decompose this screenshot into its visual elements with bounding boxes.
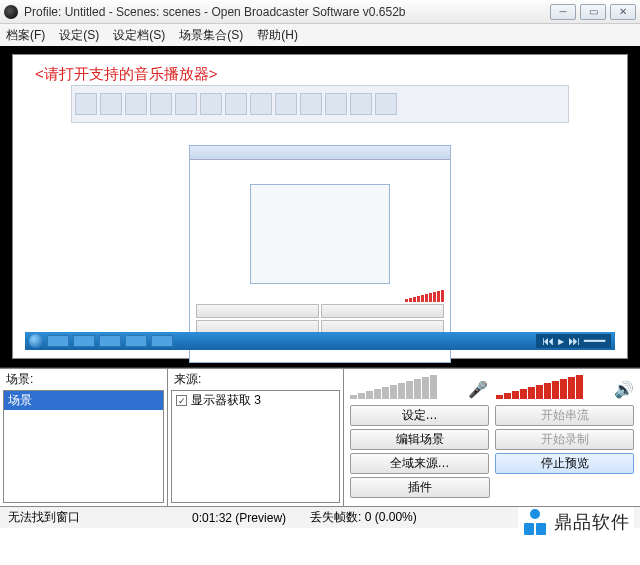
sources-label: 来源: [168, 369, 343, 390]
stop-preview-button[interactable]: 停止预览 [495, 453, 634, 474]
menu-profiles[interactable]: 设定档(S) [113, 27, 165, 44]
minimize-button[interactable]: ─ [550, 4, 576, 20]
captured-taskbar: ⏮ ▸ ⏭ ━━━ [25, 332, 615, 350]
controls-panel: 🎤 🔊 设定… 开始串流 编辑场景 开始录制 全域来源… 停止预览 插件 [344, 369, 640, 506]
source-checkbox[interactable]: ✓ [176, 395, 187, 406]
scenes-listbox[interactable]: 场景 [3, 390, 164, 503]
music-player-warning: <请打开支持的音乐播放器> [35, 65, 218, 84]
menu-file[interactable]: 档案(F) [6, 27, 45, 44]
sources-listbox[interactable]: ✓ 显示器获取 3 [171, 390, 340, 503]
menu-bar: 档案(F) 设定(S) 设定档(S) 场景集合(S) 帮助(H) [0, 24, 640, 46]
mic-icon[interactable]: 🎤 [468, 380, 488, 399]
prev-icon: ⏮ [542, 334, 554, 348]
app-icon [4, 5, 18, 19]
preview-area: <请打开支持的音乐播放器> ⏮ [0, 46, 640, 368]
menu-settings[interactable]: 设定(S) [59, 27, 99, 44]
nested-capture-window [189, 145, 451, 363]
scenes-label: 场景: [0, 369, 167, 390]
global-sources-button[interactable]: 全域来源… [350, 453, 489, 474]
close-button[interactable]: ✕ [610, 4, 636, 20]
bottom-panels: 场景: 场景 来源: ✓ 显示器获取 3 🎤 🔊 设定… 开始串流 [0, 368, 640, 506]
preview-canvas[interactable]: <请打开支持的音乐播放器> ⏮ [12, 54, 628, 359]
speaker-meter[interactable] [496, 375, 604, 399]
sources-panel: 来源: ✓ 显示器获取 3 [168, 369, 344, 506]
status-dropped: 丢失帧数: 0 (0.00%) [310, 509, 417, 526]
watermark-text: 鼎品软件 [554, 510, 630, 534]
status-time: 0:01:32 (Preview) [192, 511, 286, 525]
captured-ribbon [71, 85, 569, 123]
edit-scenes-button[interactable]: 编辑场景 [350, 429, 489, 450]
source-item[interactable]: ✓ 显示器获取 3 [172, 391, 339, 410]
menu-help[interactable]: 帮助(H) [257, 27, 298, 44]
scenes-panel: 场景: 场景 [0, 369, 168, 506]
settings-button[interactable]: 设定… [350, 405, 489, 426]
title-bar: Profile: Untitled - Scenes: scenes - Ope… [0, 0, 640, 24]
maximize-button[interactable]: ▭ [580, 4, 606, 20]
menu-scene-collection[interactable]: 场景集合(S) [179, 27, 243, 44]
mic-meter[interactable] [350, 375, 458, 399]
scene-item[interactable]: 场景 [4, 391, 163, 410]
watermark-logo-icon [522, 509, 548, 535]
start-stream-button[interactable]: 开始串流 [495, 405, 634, 426]
watermark: 鼎品软件 [518, 507, 634, 537]
start-record-button[interactable]: 开始录制 [495, 429, 634, 450]
media-player-controls: ⏮ ▸ ⏭ ━━━ [536, 334, 611, 348]
plugins-button[interactable]: 插件 [350, 477, 490, 498]
next-icon: ⏭ [568, 334, 580, 348]
start-orb-icon [29, 334, 43, 348]
source-label: 显示器获取 3 [191, 392, 261, 409]
play-icon: ▸ [558, 334, 564, 348]
status-window-text: 无法找到窗口 [8, 509, 168, 526]
window-title: Profile: Untitled - Scenes: scenes - Ope… [24, 5, 550, 19]
speaker-icon[interactable]: 🔊 [614, 380, 634, 399]
